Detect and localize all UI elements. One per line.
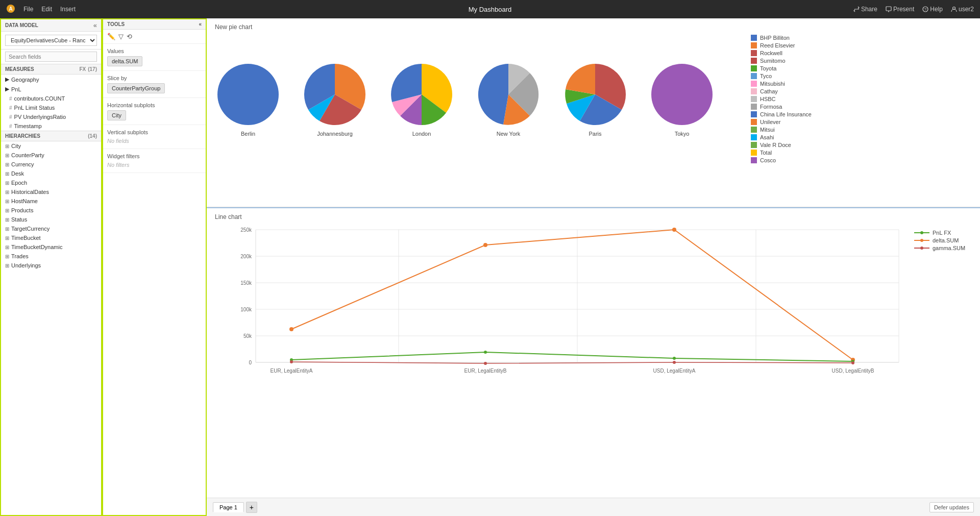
pencil-icon[interactable]: ✏️ <box>107 33 115 40</box>
hierarchy-timebucket[interactable]: ⊞ TimeBucket <box>1 233 101 242</box>
legend-color-valerdoce <box>751 142 757 148</box>
legend-mitsubishi: Mitsubishi <box>751 81 812 87</box>
sliceby-label: Slice by <box>107 75 202 81</box>
reset-icon[interactable]: ⟲ <box>127 33 132 40</box>
hierarchy-counterparty[interactable]: ⊞ CounterParty <box>1 151 101 160</box>
share-button[interactable]: Share <box>853 6 877 13</box>
legend-color-mitsubishi <box>751 81 757 87</box>
hierarchy-city[interactable]: ⊞ City <box>1 141 101 151</box>
svg-point-41 <box>851 361 854 364</box>
legend-valerdoce: Vale R Doce <box>751 142 812 148</box>
cube-selector[interactable]: EquityDerivativesCube - Ranch 6.0 <box>1 32 101 50</box>
hierarchy-icon-9: ⊞ <box>5 217 9 223</box>
pie-newyork-label: New York <box>497 131 520 137</box>
legend-color-toyota <box>751 65 757 71</box>
hsubplots-chip[interactable]: City <box>107 110 126 120</box>
app-logo[interactable]: A <box>6 4 15 15</box>
measure-contributors[interactable]: # contributors.COUNT <box>1 94 101 103</box>
hierarchy-underlyings[interactable]: ⊞ Underlyings <box>1 261 101 270</box>
legend-color-total <box>751 150 757 156</box>
hierarchy-trades[interactable]: ⊞ Trades <box>1 252 101 261</box>
svg-point-47 <box>920 247 923 250</box>
svg-text:EUR, LegalEntityB: EUR, LegalEntityB <box>464 368 507 374</box>
legend-unilever: Unilever <box>751 119 812 125</box>
measure-timestamp[interactable]: # Timestamp <box>1 121 101 131</box>
collapse-tools-icon[interactable]: « <box>199 21 202 27</box>
page-tab-1[interactable]: Page 1 <box>213 502 244 512</box>
menu-file[interactable]: File <box>23 6 33 13</box>
svg-text:?: ? <box>924 7 927 12</box>
sliceby-section: Slice by CounterPartyGroup <box>103 71 206 98</box>
measure-geography[interactable]: ▶ Geography <box>1 75 101 84</box>
line-legend-pnlfx: PnL FX <box>914 230 975 236</box>
menu-edit[interactable]: Edit <box>41 6 52 13</box>
hierarchy-currency[interactable]: ⊞ Currency <box>1 160 101 169</box>
measure-pnl[interactable]: ▶ PnL <box>1 84 101 94</box>
legend-reed: Reed Elsevier <box>751 42 812 48</box>
line-chart-widget: Line chart <box>207 207 980 498</box>
menu-insert[interactable]: Insert <box>60 6 76 13</box>
svg-rect-2 <box>886 7 891 11</box>
hierarchy-products-label: Products <box>11 207 33 213</box>
legend-reed-label: Reed Elsevier <box>760 42 795 48</box>
line-chart-title: Line chart <box>215 213 972 220</box>
widgetfilters-empty: No filters <box>107 162 129 168</box>
legend-chinalife-label: China Life Insurance <box>760 111 812 117</box>
hierarchy-status-label: Status <box>11 216 27 223</box>
user-button[interactable]: user2 <box>951 6 974 13</box>
line-chart-area: 0 50k 100k 150k 200k 250k EUR, LegalEnti… <box>215 225 972 384</box>
legend-bhp: BHP Billiton <box>751 35 812 41</box>
pie-johannesburg: Johannesburg <box>302 61 368 137</box>
svg-text:A: A <box>9 6 12 12</box>
widgetfilters-section: Widget filters No filters <box>103 149 206 173</box>
pie-berlin: Berlin <box>215 61 281 137</box>
hierarchy-products[interactable]: ⊞ Products <box>1 206 101 215</box>
hierarchy-icon-2: ⊞ <box>5 153 9 158</box>
add-page-button[interactable]: + <box>246 502 257 513</box>
cube-select[interactable]: EquityDerivativesCube - Ranch 6.0 <box>5 35 97 46</box>
pie-london-label: London <box>412 131 431 137</box>
measure-geography-label: Geography <box>11 77 39 83</box>
present-button[interactable]: Present <box>886 6 914 13</box>
line-legend-pnlfx-label: PnL FX <box>933 230 951 236</box>
hierarchy-hostname[interactable]: ⊞ HostName <box>1 196 101 206</box>
measure-pnllimit[interactable]: # PnL Limit Status <box>1 103 101 112</box>
hierarchy-status[interactable]: ⊞ Status <box>1 215 101 224</box>
hierarchy-timebucketdynamic[interactable]: ⊞ TimeBucketDynamic <box>1 242 101 252</box>
measure-pnllimit-label: PnL Limit Status <box>14 105 55 111</box>
collapse-left-icon[interactable]: « <box>93 21 97 29</box>
dashboard-title: My Dashboard <box>469 6 512 13</box>
hierarchy-desk[interactable]: ⊞ Desk <box>1 169 101 178</box>
hierarchy-icon-4: ⊞ <box>5 171 9 177</box>
hierarchy-icon-12: ⊞ <box>5 244 9 250</box>
legend-hsbc-label: HSBC <box>760 96 776 102</box>
tools-panel: TOOLS « ✏️ ▽ ⟲ Values delta.SUM Slice by… <box>102 18 207 516</box>
search-fields-input[interactable] <box>5 52 97 62</box>
measure-pvunderlying[interactable]: # PV UnderlyingsRatio <box>1 112 101 121</box>
values-label: Values <box>107 48 202 54</box>
measure-timestamp-label: Timestamp <box>14 123 42 129</box>
legend-color-chinalife <box>751 111 757 117</box>
hierarchy-trades-label: Trades <box>11 253 29 259</box>
svg-point-30 <box>289 327 293 331</box>
tools-header: TOOLS « <box>103 19 206 30</box>
search-fields-box[interactable] <box>1 50 101 64</box>
hsubplots-section: Horizontal subplots City <box>103 98 206 125</box>
line-chart-svg: 0 50k 100k 150k 200k 250k EUR, LegalEnti… <box>215 225 904 384</box>
legend-color-sumitomo <box>751 58 757 64</box>
hierarchy-icon-8: ⊞ <box>5 208 9 213</box>
sliceby-chip[interactable]: CounterPartyGroup <box>107 83 165 93</box>
legend-toyota: Toyota <box>751 65 812 71</box>
hierarchy-historicaldates[interactable]: ⊞ HistoricalDates <box>1 187 101 196</box>
vsubplots-section: Vertical subplots No fields <box>103 125 206 149</box>
hierarchy-epoch[interactable]: ⊞ Epoch <box>1 178 101 187</box>
hierarchy-counterparty-label: CounterParty <box>11 152 44 158</box>
help-button[interactable]: ? Help <box>922 6 943 13</box>
filter-icon[interactable]: ▽ <box>118 33 124 40</box>
defer-updates-button[interactable]: Defer updates <box>929 502 974 512</box>
hierarchy-targetcurrency[interactable]: ⊞ TargetCurrency <box>1 224 101 233</box>
measures-list: ▶ Geography ▶ PnL # contributors.COUNT #… <box>1 75 101 131</box>
pie-legend: BHP Billiton Reed Elsevier Rockwell Sumi… <box>751 35 812 163</box>
fx-icon[interactable]: fx <box>79 66 86 72</box>
values-chip[interactable]: delta.SUM <box>107 56 142 66</box>
